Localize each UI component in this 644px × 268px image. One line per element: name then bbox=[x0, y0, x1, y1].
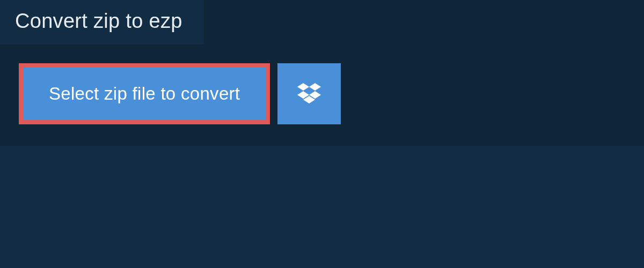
dropbox-icon bbox=[297, 83, 321, 105]
page-title-tab: Convert zip to ezp bbox=[0, 0, 204, 44]
converter-panel: Convert zip to ezp Select zip file to co… bbox=[0, 0, 644, 146]
action-row: Select zip file to convert bbox=[0, 44, 644, 124]
select-file-button[interactable]: Select zip file to convert bbox=[19, 63, 270, 124]
dropbox-button[interactable] bbox=[277, 63, 341, 124]
page-title: Convert zip to ezp bbox=[15, 10, 182, 32]
select-file-label: Select zip file to convert bbox=[49, 84, 240, 104]
